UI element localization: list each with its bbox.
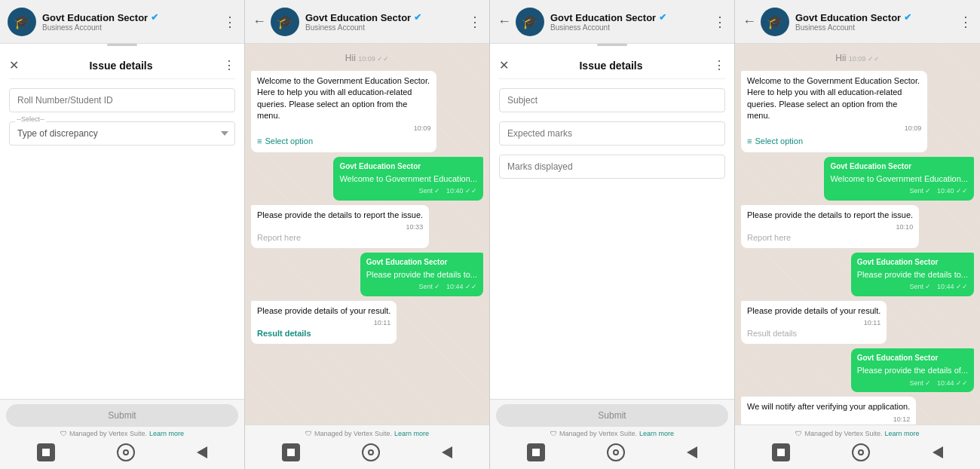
result-details-link[interactable]: Result details bbox=[257, 328, 390, 339]
report-here-placeholder: Report here bbox=[257, 232, 423, 244]
hii-greeting: Hii 10:09 ✓✓ bbox=[251, 53, 483, 63]
hii-text: Hii bbox=[835, 53, 846, 63]
expected-marks-input[interactable] bbox=[499, 121, 725, 146]
panel3-header: ← 🎓 Govt Education Sector ✔ Business Acc… bbox=[490, 0, 734, 44]
verified-badge: ✔ bbox=[904, 12, 911, 23]
header-subtitle: Business Account bbox=[795, 23, 959, 32]
issue-form-2-panel: ✕ Issue details ⋮ bbox=[490, 49, 734, 399]
circle-icon bbox=[368, 449, 374, 455]
sender-name: Govt Education Sector bbox=[339, 161, 477, 172]
verified-badge: ✔ bbox=[414, 12, 421, 23]
msg-bubble-sent-3: Govt Education Sector Please provide the… bbox=[851, 348, 974, 392]
panel2-header: ← 🎓 Govt Education Sector ✔ Business Acc… bbox=[245, 0, 489, 44]
panel1-bottom-nav: Submit 🛡 Managed by Vertex Suite. Learn … bbox=[0, 399, 244, 469]
msg-bubble-report: Please provide the details to report the… bbox=[251, 205, 429, 248]
close-button[interactable]: ✕ bbox=[499, 58, 509, 72]
header-info: Govt Education Sector ✔ Business Account bbox=[42, 12, 223, 32]
sender-name: Govt Education Sector bbox=[366, 257, 477, 268]
back-button[interactable]: ← bbox=[498, 14, 511, 29]
select-option-label: Select option bbox=[265, 136, 313, 147]
circle-nav-button[interactable] bbox=[607, 443, 625, 461]
avatar: 🎓 bbox=[271, 8, 299, 36]
header-info: Govt Education Sector ✔ Business Account bbox=[550, 12, 713, 32]
header-title: Govt Education Sector ✔ bbox=[42, 12, 223, 23]
header-menu-button[interactable]: ⋮ bbox=[713, 14, 727, 30]
header-menu-button[interactable]: ⋮ bbox=[468, 14, 482, 30]
msg-time: 10:33 bbox=[257, 222, 423, 232]
sender-name: Govt Education Sector bbox=[857, 257, 968, 268]
square-nav-button[interactable] bbox=[37, 443, 55, 461]
discrepancy-select-wrapper: --Select-- Type of discrepancy Marks Mis… bbox=[9, 121, 235, 146]
msg-bubble-welcome: Welcome to the Government Education Sect… bbox=[741, 71, 927, 152]
msg-meta: Sent ✓ 10:44 ✓✓ bbox=[857, 379, 968, 388]
back-nav-button[interactable] bbox=[933, 443, 943, 461]
nav-buttons bbox=[741, 440, 974, 464]
square-nav-button[interactable] bbox=[282, 443, 300, 461]
message-sent-3: Govt Education Sector Please provide the… bbox=[741, 348, 974, 392]
back-button[interactable]: ← bbox=[743, 14, 756, 29]
msg-meta: Sent ✓ 10:40 ✓✓ bbox=[830, 186, 968, 196]
msg-time: 10:09 bbox=[257, 124, 430, 133]
circle-nav-button[interactable] bbox=[117, 443, 135, 461]
issue-header: ✕ Issue details ⋮ bbox=[499, 58, 725, 79]
learn-more-link[interactable]: Learn more bbox=[149, 430, 184, 437]
chat-area: Hii 10:09 ✓✓ Welcome to the Government E… bbox=[245, 44, 489, 425]
msg-text: Please provide the details of... bbox=[857, 365, 968, 376]
msg-text: We will notify after verifying your appl… bbox=[747, 401, 910, 412]
discrepancy-select[interactable]: Type of discrepancy Marks Mismatch Missi… bbox=[9, 121, 235, 146]
message-welcome: Welcome to the Government Education Sect… bbox=[741, 71, 974, 152]
select-option-button[interactable]: ≡ Select option bbox=[747, 136, 921, 147]
separator bbox=[597, 44, 627, 46]
submit-button[interactable]: Submit bbox=[6, 404, 238, 427]
back-nav-button[interactable] bbox=[442, 443, 452, 461]
header-menu-button[interactable]: ⋮ bbox=[223, 14, 237, 30]
list-icon: ≡ bbox=[747, 136, 752, 147]
circle-nav-button[interactable] bbox=[362, 443, 380, 461]
msg-time: 10:12 bbox=[747, 415, 910, 425]
managed-by-text: 🛡 Managed by Vertex Suite. Learn more bbox=[496, 430, 728, 437]
panel4-bottom-nav: 🛡 Managed by Vertex Suite. Learn more bbox=[735, 425, 980, 469]
avatar: 🎓 bbox=[516, 8, 544, 36]
learn-more-link[interactable]: Learn more bbox=[394, 430, 429, 437]
header-title-text: Govt Education Sector bbox=[795, 12, 901, 23]
msg-bubble-result: Please provide details of your result. 1… bbox=[251, 301, 397, 344]
select-option-label: Select option bbox=[755, 136, 803, 147]
back-button[interactable]: ← bbox=[253, 14, 266, 29]
msg-text: Please provide the details to... bbox=[857, 269, 968, 280]
square-nav-button[interactable] bbox=[772, 443, 790, 461]
msg-bubble-notify: We will notify after verifying your appl… bbox=[741, 397, 916, 425]
learn-more-link[interactable]: Learn more bbox=[639, 430, 674, 437]
close-button[interactable]: ✕ bbox=[9, 58, 19, 72]
subject-input[interactable] bbox=[499, 88, 725, 112]
msg-time: 10:11 bbox=[257, 318, 390, 328]
submit-button[interactable]: Submit bbox=[496, 404, 728, 427]
back-nav-button[interactable] bbox=[197, 443, 207, 461]
square-icon bbox=[777, 449, 785, 456]
message-sent-2: Govt Education Sector Please provide the… bbox=[251, 253, 483, 296]
learn-more-link[interactable]: Learn more bbox=[885, 430, 920, 437]
circle-nav-button[interactable] bbox=[852, 443, 870, 461]
issue-title: Issue details bbox=[579, 60, 642, 72]
list-icon: ≡ bbox=[257, 136, 262, 147]
marks-displayed-input[interactable] bbox=[499, 155, 725, 179]
triangle-icon bbox=[442, 446, 452, 458]
msg-meta: Sent ✓ 10:44 ✓✓ bbox=[366, 282, 477, 292]
nav-buttons bbox=[496, 440, 728, 464]
header-menu-button[interactable]: ⋮ bbox=[959, 14, 972, 30]
header-subtitle: Business Account bbox=[42, 23, 223, 32]
select-option-button[interactable]: ≡ Select option bbox=[257, 136, 430, 147]
message-report: Please provide the details to report the… bbox=[741, 205, 974, 248]
issue-menu-button[interactable]: ⋮ bbox=[223, 58, 235, 72]
roll-number-input[interactable] bbox=[9, 88, 235, 112]
msg-text: Please provide the details to report the… bbox=[257, 210, 423, 221]
back-nav-button[interactable] bbox=[687, 443, 697, 461]
header-title: Govt Education Sector ✔ bbox=[550, 12, 713, 23]
msg-time: 10:10 bbox=[747, 222, 913, 232]
square-nav-button[interactable] bbox=[527, 443, 545, 461]
msg-meta: Sent ✓ 10:40 ✓✓ bbox=[339, 186, 477, 196]
issue-menu-button[interactable]: ⋮ bbox=[713, 58, 725, 72]
shield-icon: 🛡 bbox=[795, 430, 802, 437]
panel-3: ← 🎓 Govt Education Sector ✔ Business Acc… bbox=[490, 0, 735, 469]
shield-icon: 🛡 bbox=[550, 430, 557, 437]
issue-header: ✕ Issue details ⋮ bbox=[9, 58, 235, 79]
